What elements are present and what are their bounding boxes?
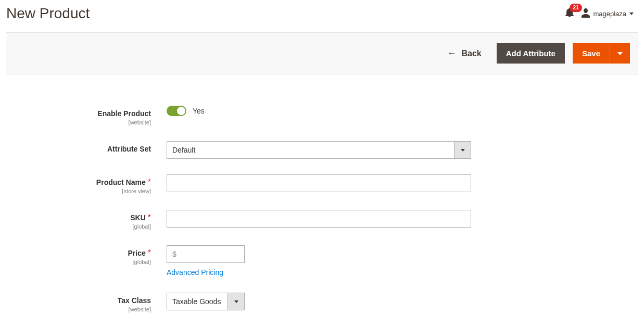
price-label: Price <box>128 249 146 257</box>
sku-row: SKU* [global] <box>10 210 634 230</box>
page-header: New Product 21 mageplaza <box>0 0 644 32</box>
tax-class-label-col: Tax Class [website] <box>10 293 167 312</box>
sku-label: SKU <box>130 213 146 222</box>
price-scope: [global] <box>10 259 151 265</box>
required-mark: * <box>148 213 151 222</box>
arrow-left-icon: ← <box>447 48 456 59</box>
add-attribute-button[interactable]: Add Attribute <box>497 43 565 64</box>
toggle-knob <box>177 107 185 115</box>
enable-product-value: Yes <box>193 107 205 115</box>
product-name-control <box>167 174 489 192</box>
action-bar: ← Back Add Attribute Save <box>6 32 638 74</box>
enable-product-control: Yes <box>167 106 489 116</box>
notification-badge: 21 <box>570 4 582 12</box>
attribute-set-control: Default <box>167 141 489 159</box>
enable-product-row: Enable Product [website] Yes <box>10 106 634 125</box>
tax-class-value: Taxable Goods <box>167 293 228 310</box>
attribute-set-label: Attribute Set <box>107 145 151 153</box>
user-icon <box>582 8 590 19</box>
price-input[interactable] <box>176 246 244 262</box>
chevron-down-icon <box>234 300 238 303</box>
sku-input[interactable] <box>167 210 471 228</box>
header-actions: 21 mageplaza <box>565 8 634 19</box>
attribute-set-value: Default <box>167 142 454 158</box>
enable-product-scope: [website] <box>10 119 151 125</box>
enable-product-toggle-wrap: Yes <box>167 106 489 116</box>
tax-class-select[interactable]: Taxable Goods <box>167 293 245 310</box>
back-label: Back <box>461 49 481 58</box>
save-dropdown-toggle[interactable] <box>610 43 630 64</box>
page-title: New Product <box>6 5 90 22</box>
back-button[interactable]: ← Back <box>439 44 488 63</box>
product-name-scope: [store view] <box>10 188 151 194</box>
user-menu[interactable]: mageplaza <box>582 8 634 19</box>
product-form: Enable Product [website] Yes Attribute S… <box>0 74 644 314</box>
chevron-down-icon <box>617 52 623 55</box>
sku-label-col: SKU* [global] <box>10 210 167 230</box>
chevron-down-icon <box>461 149 465 152</box>
price-label-col: Price* [global] <box>10 245 167 265</box>
tax-class-toggle[interactable] <box>228 293 244 310</box>
sku-control <box>167 210 489 228</box>
attribute-set-toggle[interactable] <box>454 142 471 158</box>
save-button[interactable]: Save <box>573 43 610 64</box>
price-currency-prefix: $ <box>167 246 176 262</box>
price-control: $ Advanced Pricing <box>167 245 489 277</box>
product-name-input[interactable] <box>167 174 471 192</box>
chevron-down-icon <box>629 12 634 15</box>
required-mark: * <box>148 248 151 257</box>
sku-scope: [global] <box>10 223 151 230</box>
notifications-button[interactable]: 21 <box>565 8 574 19</box>
enable-product-toggle[interactable] <box>167 106 186 116</box>
price-input-wrap: $ <box>167 245 245 263</box>
save-button-group: Save <box>573 43 630 64</box>
product-name-label-col: Product Name* [store view] <box>10 174 167 194</box>
tax-class-label: Tax Class <box>118 296 151 305</box>
enable-product-label-col: Enable Product [website] <box>10 106 167 125</box>
enable-product-label: Enable Product <box>97 109 151 118</box>
product-name-row: Product Name* [store view] <box>10 174 634 194</box>
product-name-label: Product Name <box>96 178 146 186</box>
attribute-set-select[interactable]: Default <box>167 141 471 159</box>
advanced-pricing-link[interactable]: Advanced Pricing <box>167 268 223 277</box>
price-row: Price* [global] $ Advanced Pricing <box>10 245 634 277</box>
tax-class-scope: [website] <box>10 306 151 312</box>
required-mark: * <box>148 178 151 186</box>
attribute-set-row: Attribute Set Default <box>10 141 634 159</box>
tax-class-control: Taxable Goods <box>167 293 489 310</box>
username-label: mageplaza <box>593 10 626 18</box>
attribute-set-label-col: Attribute Set <box>10 141 167 154</box>
tax-class-row: Tax Class [website] Taxable Goods <box>10 293 634 312</box>
